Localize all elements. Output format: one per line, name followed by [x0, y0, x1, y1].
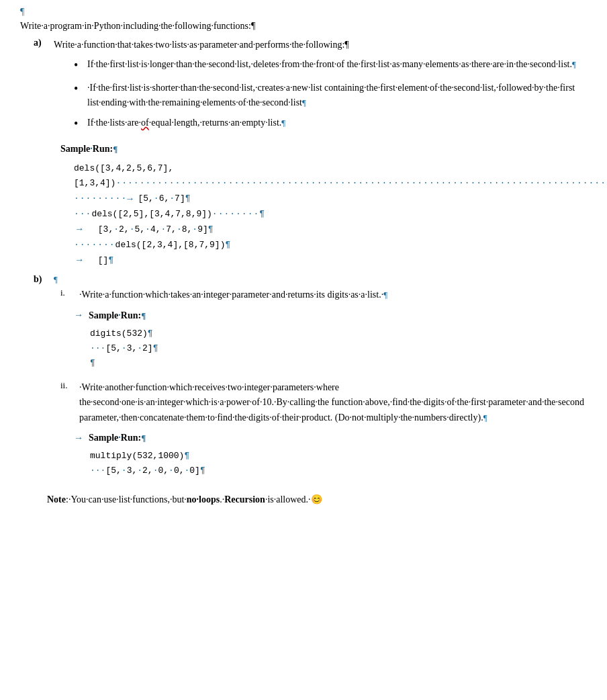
sub-items: i. ·Write·a·function·which·takes·an·inte…	[60, 288, 587, 478]
code-block-ii: multiply(532,1000)¶ ···[5,·3,·2,·0,·0,·0…	[90, 449, 587, 478]
code-line-i3: ¶	[90, 356, 587, 371]
bullet-item-2: • ·If·the·first·list·is·shorter·than·the…	[74, 81, 587, 111]
code-line-a2-result: → [3,·2,·5,·4,·7,·8,·9]¶	[74, 222, 587, 238]
section-a: a) Write·a·function·that·takes·two·lists…	[34, 38, 587, 269]
bullet-item-1: • If·the·first·list·is·longer·than·the·s…	[74, 57, 587, 75]
section-b: b) ¶ i. ·Write·a·function·which·takes·an…	[34, 274, 587, 478]
section-a-text: Write·a·function·that·takes·two·lists·as…	[54, 38, 349, 52]
code-block-a: dels([3,4,2,5,6,7],[1,3,4])·············…	[74, 161, 587, 269]
bullet-dot-2: •	[74, 79, 85, 99]
sample-run-a: Sample·Run:¶ dels([3,4,2,5,6,7],[1,3,4])…	[60, 140, 587, 269]
note-line: Note:·You·can·use·list·functions,·but·no…	[47, 492, 587, 507]
code-line-i1: digits(532)¶	[90, 326, 587, 341]
bullet-text-2: ·If·the·first·list·is·shorter·than·the·s…	[87, 81, 587, 111]
code-line-i2: ···[5,·3,·2]¶	[90, 341, 587, 356]
bullet-text-1: If·the·first·list·is·longer·than·the·sec…	[87, 57, 587, 72]
bullet-text-3: If·the·lists·are·of·equal·length,·return…	[87, 116, 587, 130]
bullet-dot-3: •	[74, 114, 85, 134]
sample-run-i: → Sample·Run:¶ digits(532)¶ ···[5,·3,·2]…	[74, 307, 587, 371]
intro-line: Write·a·program·in·Python·including·the·…	[20, 19, 587, 34]
code-line-ii2: ···[5,·3,·2,·0,·0,·0]¶	[90, 464, 587, 478]
top-pilcrow: ¶	[20, 7, 587, 17]
code-line-ii1: multiply(532,1000)¶	[90, 449, 587, 464]
sample-run-a-label: Sample·Run:¶	[60, 144, 118, 154]
sub-item-i-label: i.	[60, 288, 79, 298]
sub-item-i-text: ·Write·a·function·which·takes·an·integer…	[79, 288, 387, 302]
sub-item-ii: ii. ·Write·another·function·which·receiv…	[60, 380, 587, 479]
code-line-a3-result: → []¶	[74, 253, 587, 269]
sample-run-i-label: Sample·Run:¶	[89, 307, 146, 324]
sub-item-ii-text: ·Write·another·function·which·receives·t…	[79, 380, 587, 425]
bullet-list: • If·the·first·list·is·longer·than·the·s…	[74, 57, 587, 134]
code-line-a3: ······· dels([2,3,4],[8,7,9])¶	[74, 238, 587, 253]
code-line-a2: ··· dels([2,5],[3,4,7,8,9])········¶	[74, 207, 587, 222]
bullet-item-3: • If·the·lists·are·of·equal·length,·retu…	[74, 116, 587, 134]
sub-item-i: i. ·Write·a·function·which·takes·an·inte…	[60, 288, 587, 371]
code-line-a1: dels([3,4,2,5,6,7],[1,3,4])·············…	[74, 161, 587, 191]
sample-run-ii: → Sample·Run:¶ multiply(532,1000)¶ ···[5…	[74, 429, 587, 478]
section-b-label: b)	[34, 274, 54, 285]
code-block-i: digits(532)¶ ···[5,·3,·2]¶ ¶	[90, 326, 587, 371]
bullet-dot-1: •	[74, 56, 85, 75]
code-line-a1-result: ········· → [5,·6,·7]¶	[74, 191, 587, 208]
sub-item-ii-label: ii.	[60, 380, 79, 391]
section-a-label: a)	[34, 38, 54, 48]
sample-run-ii-label: Sample·Run:¶	[89, 429, 146, 446]
